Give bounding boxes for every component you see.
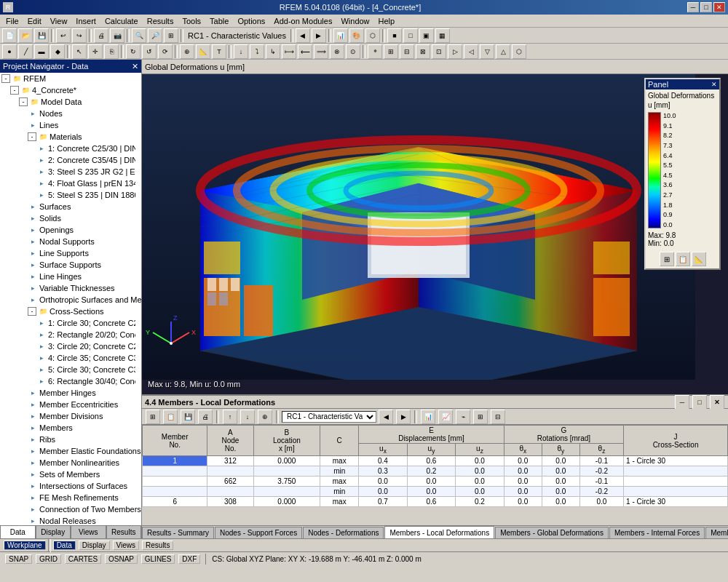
new-btn[interactable]: 📄 <box>2 28 17 43</box>
tree-rfem[interactable]: - 📁 RFEM <box>0 73 141 84</box>
screenshot-btn[interactable]: 📷 <box>110 28 124 43</box>
tree-mem-elastic[interactable]: ▸ Member Elastic Foundations <box>0 445 141 457</box>
load-btn1[interactable]: ↓ <box>234 44 248 59</box>
grid-btn[interactable]: GRID <box>36 554 61 564</box>
expand-concrete[interactable]: - <box>10 86 19 95</box>
menu-addon[interactable]: Add-on Modules <box>269 16 336 26</box>
tree-model[interactable]: - 📁 Model Data <box>0 96 141 108</box>
tree-mat1[interactable]: ▸ 1: Concrete C25/30 | DIN 1045- <box>0 143 141 154</box>
tree-mat4[interactable]: ▸ 4: Float Glass | prEN 13474-1:1 <box>0 178 141 189</box>
minimize-btn[interactable]: ─ <box>687 2 699 12</box>
annotation-btn[interactable]: T <box>212 44 226 59</box>
tab-nodes---support-forces[interactable]: Nodes - Support Forces <box>215 527 302 538</box>
tab-members---local-deformations[interactable]: Members - Local Deformations <box>384 526 494 538</box>
tree-fe-mesh[interactable]: ▸ FE Mesh Refinements <box>0 492 141 503</box>
view-btn1[interactable]: ■ <box>387 28 402 43</box>
tree-cs1[interactable]: ▸ 1: Circle 30; Concrete C25/30 <box>0 317 141 329</box>
rotate-z[interactable]: ⟳ <box>158 44 173 59</box>
open-btn[interactable]: 📂 <box>18 28 33 43</box>
close-btn[interactable]: ✕ <box>713 2 725 12</box>
view-views[interactable]: Views <box>113 541 140 550</box>
misc-btn6[interactable]: ▷ <box>448 44 462 59</box>
wireframe-btn[interactable]: ⬡ <box>365 28 380 43</box>
tree-nodal-rel[interactable]: ▸ Nodal Releases <box>0 515 141 525</box>
table-row[interactable]: 6623.750max0.00.00.00.00.0-0.1 <box>143 477 728 487</box>
bottom-minimize[interactable]: ─ <box>675 395 689 410</box>
menu-tools[interactable]: Tools <box>178 16 205 26</box>
tree-lines[interactable]: ▸ Lines <box>0 119 141 131</box>
tree-members[interactable]: ▸ Members <box>0 422 141 434</box>
tree-ortho[interactable]: ▸ Orthotropic Surfaces and Membra <box>0 294 141 306</box>
surf-btn[interactable]: ▬ <box>34 44 49 59</box>
render-btn[interactable]: 🎨 <box>349 28 364 43</box>
misc-btn1[interactable]: ⌖ <box>368 44 382 59</box>
load-btn5[interactable]: ⟵ <box>298 44 312 59</box>
arrow-left[interactable]: ◀ <box>296 28 310 43</box>
menu-results[interactable]: Results <box>143 16 178 26</box>
misc-btn10[interactable]: ⬡ <box>512 44 526 59</box>
rc1-dropdown[interactable]: RC1 - Characteristic Va <box>282 411 376 423</box>
line-btn[interactable]: ╱ <box>18 44 33 59</box>
bt-btn5[interactable]: ↑ <box>223 410 237 424</box>
undo-btn[interactable]: ↩ <box>56 28 71 43</box>
tree-connection[interactable]: ▸ Connection of Two Members <box>0 503 141 515</box>
tree-intersect[interactable]: ▸ Intersections of Surfaces <box>0 480 141 492</box>
bt-btn4[interactable]: 🖨 <box>198 410 213 424</box>
menu-view[interactable]: View <box>46 16 72 26</box>
bt-btn6[interactable]: ↓ <box>240 410 255 424</box>
tree-openings[interactable]: ▸ Openings <box>0 224 141 236</box>
rotate-y[interactable]: ↺ <box>142 44 157 59</box>
load-btn2[interactable]: ⤵ <box>250 44 264 59</box>
tree-mem-nonlin[interactable]: ▸ Member Nonlinearities <box>0 457 141 469</box>
bt-btn7[interactable]: ⊕ <box>258 410 272 424</box>
zoom-in-btn[interactable]: 🔍 <box>132 28 146 43</box>
bt-btn8[interactable]: 📊 <box>421 410 435 424</box>
bt-btn10[interactable]: ⌁ <box>456 410 470 424</box>
bottom-close[interactable]: ✕ <box>710 395 724 410</box>
tree-cs4[interactable]: ▸ 4: Circle 35; Concrete C35/45 <box>0 352 141 364</box>
panel-btn-2[interactable]: 📋 <box>676 252 690 266</box>
menu-calculate[interactable]: Calculate <box>100 16 143 26</box>
tree-mat3[interactable]: ▸ 3: Steel S 235 JR G2 | EN 10025 <box>0 166 141 178</box>
table-row[interactable]: min0.00.00.00.00.0-0.2 <box>143 487 728 497</box>
misc-btn8[interactable]: ▽ <box>480 44 494 59</box>
bt-btn9[interactable]: 📈 <box>438 410 453 424</box>
redo-btn[interactable]: ↪ <box>72 28 87 43</box>
tree-line-supports[interactable]: ▸ Line Supports <box>0 247 141 259</box>
glines-btn[interactable]: GLINES <box>141 554 175 564</box>
osnap-btn[interactable]: OSNAP <box>105 554 138 564</box>
tree-var-thick[interactable]: ▸ Variable Thicknesses <box>0 282 141 294</box>
workplane-btn[interactable]: Workplane <box>4 541 46 550</box>
tree-mat5[interactable]: ▸ 5: Steel S 235 | DIN 18800:1990- <box>0 189 141 201</box>
menu-edit[interactable]: Edit <box>23 16 46 26</box>
bt-btn1[interactable]: ⊞ <box>146 410 160 424</box>
tab-members---internal-forces[interactable]: Members - Internal Forces <box>609 527 705 538</box>
menu-file[interactable]: File <box>1 16 23 26</box>
view-btn2[interactable]: □ <box>403 28 418 43</box>
bt-btn2[interactable]: 📋 <box>163 410 178 424</box>
tree-concrete[interactable]: - 📁 4_Concrete* <box>0 84 141 96</box>
bt-nav-left[interactable]: ◀ <box>379 410 393 424</box>
results-btn[interactable]: 📊 <box>333 28 348 43</box>
snap-btn[interactable]: SNAP <box>5 554 32 564</box>
tree-cs3[interactable]: ▸ 3: Circle 20; Concrete C25/30 <box>0 340 141 352</box>
arrow-right[interactable]: ▶ <box>312 28 326 43</box>
expand-materials[interactable]: - <box>28 132 36 141</box>
bt-btn12[interactable]: ⊟ <box>491 410 505 424</box>
tree-cs5[interactable]: ▸ 5: Circle 30; Concrete C35/45 <box>0 364 141 375</box>
tree-materials[interactable]: - 📁 Materials <box>0 131 141 143</box>
tree-nodal-supports[interactable]: ▸ Nodal Supports <box>0 236 141 247</box>
tree-surface-supports[interactable]: ▸ Surface Supports <box>0 259 141 271</box>
tree-cross-sec[interactable]: - 📁 Cross-Sections <box>0 306 141 317</box>
menu-window[interactable]: Window <box>336 16 373 26</box>
tree-member-hinges[interactable]: ▸ Member Hinges <box>0 387 141 399</box>
bt-nav-right[interactable]: ▶ <box>396 410 411 424</box>
load-btn4[interactable]: ⟼ <box>282 44 296 59</box>
tree-cs6[interactable]: ▸ 6: Rectangle 30/40; Concrete C <box>0 375 141 387</box>
bt-btn11[interactable]: ⊞ <box>473 410 488 424</box>
tree-member-div[interactable]: ▸ Member Divisions <box>0 410 141 422</box>
misc-btn3[interactable]: ⊟ <box>400 44 414 59</box>
view-btn3[interactable]: ▣ <box>419 28 434 43</box>
menu-help[interactable]: Help <box>374 16 400 26</box>
nav-tab-display[interactable]: Display <box>36 525 71 538</box>
